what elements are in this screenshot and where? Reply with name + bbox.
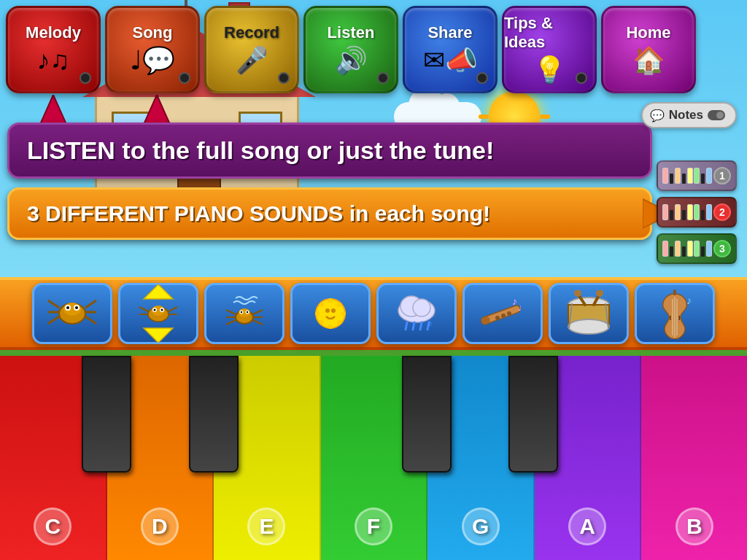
violin-icon: ♪ — [651, 288, 699, 339]
record-button[interactable]: Record 🎤 — [204, 6, 299, 93]
svg-point-47 — [337, 320, 341, 324]
piano-key-b[interactable]: B — [641, 356, 747, 560]
tips-button[interactable]: Tips & Ideas 💡 — [502, 6, 597, 93]
svg-rect-77 — [673, 289, 676, 295]
variant-number-3: 3 — [713, 240, 731, 257]
sound-variant-3[interactable]: 3 — [657, 233, 737, 264]
svg-point-49 — [331, 308, 336, 313]
svg-line-38 — [253, 320, 263, 324]
spider-arrows-button[interactable] — [118, 283, 198, 344]
svg-point-62 — [507, 311, 511, 316]
notes-toggle[interactable] — [708, 110, 725, 120]
home-button[interactable]: Home 🏠 — [601, 6, 696, 93]
arrow-down-icon — [133, 324, 184, 343]
listen-button[interactable]: Listen 🔊 — [303, 6, 398, 93]
svg-line-35 — [226, 320, 236, 324]
flute-button[interactable]: ♪ ♩ — [462, 283, 543, 344]
svg-line-22 — [139, 307, 148, 311]
svg-line-9 — [48, 300, 59, 308]
svg-line-11 — [48, 316, 59, 324]
piano-black-key-csharp[interactable] — [82, 356, 131, 472]
share-dot — [476, 72, 488, 84]
song-dot — [179, 72, 190, 84]
sound-variant-2[interactable]: 2 — [657, 197, 737, 228]
svg-point-40 — [328, 298, 333, 303]
svg-line-55 — [420, 322, 422, 330]
svg-point-46 — [320, 320, 324, 324]
key-label-c: C — [34, 508, 71, 545]
key-label-d: D — [141, 508, 179, 545]
listen-icon: 🔊 — [335, 45, 368, 76]
key-label-b: B — [676, 508, 713, 545]
svg-marker-26 — [144, 328, 173, 343]
svg-text:♪: ♪ — [512, 295, 517, 307]
sounds-banner: 3 DIFFERENT PIANO SOUNDS in each song! — [7, 187, 652, 240]
song-icon: ♩💬 — [130, 45, 175, 76]
cloud-button[interactable]: ♪ — [376, 283, 457, 344]
key-label-f: F — [355, 508, 392, 545]
svg-line-12 — [85, 300, 96, 308]
piano-section: C D E F G A B — [0, 356, 747, 560]
notes-label: Notes — [669, 108, 703, 122]
svg-line-24 — [169, 307, 177, 311]
share-icon: ✉📣 — [423, 45, 478, 76]
drum-button[interactable] — [549, 283, 629, 344]
svg-text:♪: ♪ — [427, 317, 433, 329]
tips-dot — [576, 72, 587, 84]
song-button[interactable]: Song ♩💬 — [105, 6, 200, 93]
svg-line-54 — [413, 322, 414, 330]
tips-icon: 💡 — [533, 55, 566, 85]
drum-icon — [563, 290, 614, 338]
instrument-bar: ♪ ♪ ♩ — [0, 277, 747, 350]
piano-black-key-gsharp[interactable] — [508, 356, 558, 472]
svg-point-44 — [320, 303, 324, 307]
melody-button[interactable]: Melody ♪♫ — [6, 6, 101, 93]
spider-small-button[interactable] — [204, 283, 285, 344]
svg-point-61 — [501, 314, 506, 318]
melody-dot — [80, 72, 91, 84]
piano-black-key-fsharp[interactable] — [402, 356, 452, 472]
piano-keys-mini-3 — [662, 241, 712, 257]
svg-marker-15 — [144, 284, 173, 299]
svg-point-60 — [495, 316, 500, 320]
svg-line-33 — [226, 310, 236, 314]
spider-arrows-icon — [136, 303, 180, 324]
spider-small-icon — [222, 294, 266, 334]
svg-text:♩: ♩ — [518, 304, 522, 312]
notes-button[interactable]: 💬 Notes — [641, 102, 737, 128]
sound-variant-1[interactable]: 1 — [657, 160, 737, 191]
record-icon: 🎤 — [236, 45, 268, 76]
violin-button[interactable]: ♪ — [635, 283, 715, 344]
piano-black-key-dsharp[interactable] — [189, 356, 239, 472]
variant-number-2: 2 — [713, 203, 731, 221]
svg-point-45 — [337, 303, 341, 307]
listen-banner: LISTEN to the full song or just the tune… — [7, 122, 652, 179]
share-button[interactable]: Share ✉📣 — [403, 6, 498, 93]
key-label-g: G — [462, 508, 500, 545]
svg-point-30 — [241, 311, 242, 312]
arrow-up-icon — [133, 284, 184, 303]
sun-button[interactable] — [290, 283, 371, 344]
sound-variants-panel: 1 2 3 — [657, 160, 737, 264]
svg-point-32 — [247, 311, 248, 312]
variant-number-1: 1 — [713, 167, 731, 184]
piano-keys-mini-1 — [662, 168, 712, 184]
svg-point-67 — [568, 319, 609, 334]
listen-banner-text: LISTEN to the full song or just the tune… — [27, 136, 494, 164]
flute-icon: ♪ ♩ — [477, 290, 528, 338]
melody-icon: ♪♫ — [37, 45, 70, 76]
svg-line-36 — [253, 310, 263, 314]
svg-line-53 — [406, 322, 407, 330]
sounds-banner-text: 3 DIFFERENT PIANO SOUNDS in each song! — [27, 201, 490, 225]
spider-big-icon — [47, 292, 98, 335]
notes-icon: 💬 — [650, 109, 665, 122]
home-icon: 🏠 — [632, 45, 665, 76]
key-label-a: A — [568, 508, 606, 545]
svg-point-8 — [75, 306, 78, 309]
record-dot — [278, 72, 290, 84]
svg-point-41 — [328, 324, 333, 329]
spider-big-button[interactable] — [32, 283, 112, 344]
piano-keys-mini-2 — [662, 204, 712, 220]
listen-dot — [377, 72, 389, 84]
svg-text:♪: ♪ — [686, 295, 692, 306]
